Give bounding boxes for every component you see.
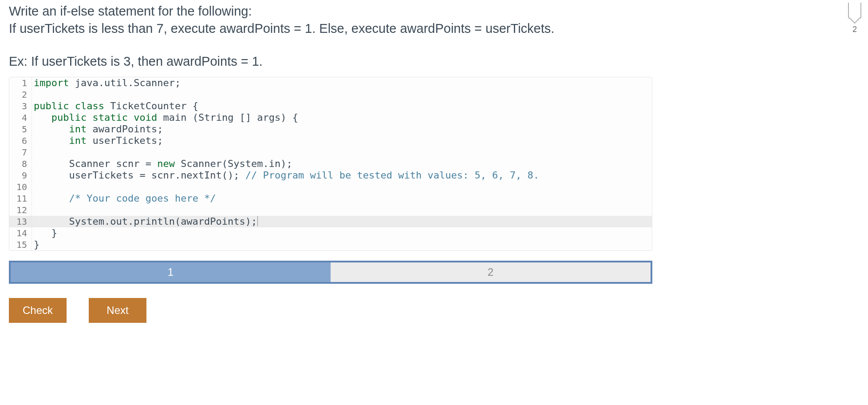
- code-line[interactable]: 2: [9, 89, 652, 100]
- code-content[interactable]: Scanner scnr = new Scanner(System.in);: [32, 158, 652, 170]
- line-number: 10: [9, 181, 32, 193]
- line-number: 6: [9, 135, 32, 147]
- code-content[interactable]: System.out.println(awardPoints);: [32, 216, 652, 227]
- code-line[interactable]: 12: [9, 204, 652, 216]
- code-line[interactable]: 4 public static void main (String [] arg…: [9, 112, 652, 123]
- line-number: 4: [9, 112, 32, 123]
- code-editor[interactable]: 1import java.util.Scanner;23public class…: [9, 77, 652, 251]
- line-number: 12: [9, 204, 32, 216]
- code-content[interactable]: [32, 204, 652, 216]
- code-line[interactable]: 11 /* Your code goes here */: [9, 193, 652, 204]
- code-line[interactable]: 10: [9, 181, 652, 193]
- next-button[interactable]: Next: [89, 298, 146, 323]
- line-number: 11: [9, 193, 32, 204]
- example-text: Ex: If userTickets is 3, then awardPoint…: [9, 54, 859, 69]
- text-cursor: [257, 216, 258, 226]
- code-line[interactable]: 7: [9, 147, 652, 158]
- tab-2[interactable]: 2: [331, 262, 651, 282]
- code-line[interactable]: 1import java.util.Scanner;: [9, 77, 652, 89]
- code-content[interactable]: }: [32, 227, 652, 239]
- code-content[interactable]: int awardPoints;: [32, 123, 652, 135]
- tab-1[interactable]: 1: [11, 262, 331, 282]
- line-number: 8: [9, 158, 32, 170]
- line-number: 14: [9, 227, 32, 239]
- code-content[interactable]: /* Your code goes here */: [32, 193, 652, 204]
- code-content[interactable]: import java.util.Scanner;: [32, 77, 652, 89]
- button-row: Check Next: [9, 298, 859, 323]
- line-number: 7: [9, 147, 32, 158]
- prompt-line-2: If userTickets is less than 7, execute a…: [9, 20, 859, 37]
- code-content[interactable]: public static void main (String [] args)…: [32, 112, 652, 123]
- line-number: 2: [9, 89, 32, 100]
- line-number: 13: [9, 216, 32, 227]
- code-line[interactable]: 5 int awardPoints;: [9, 123, 652, 135]
- code-content[interactable]: [32, 89, 652, 100]
- code-line[interactable]: 9 userTickets = scnr.nextInt(); // Progr…: [9, 170, 652, 181]
- code-line[interactable]: 14 }: [9, 227, 652, 239]
- code-line[interactable]: 8 Scanner scnr = new Scanner(System.in);: [9, 158, 652, 170]
- shield-icon: [848, 3, 861, 19]
- attempts-badge: 2: [841, 3, 868, 34]
- attempts-count: 2: [841, 25, 868, 34]
- code-line[interactable]: 15}: [9, 239, 652, 250]
- line-number: 1: [9, 77, 32, 89]
- line-number: 5: [9, 123, 32, 135]
- code-content[interactable]: int userTickets;: [32, 135, 652, 147]
- code-content[interactable]: [32, 181, 652, 193]
- code-line[interactable]: 13 System.out.println(awardPoints);: [9, 216, 652, 227]
- code-content[interactable]: [32, 147, 652, 158]
- code-content[interactable]: userTickets = scnr.nextInt(); // Program…: [32, 170, 652, 181]
- code-line[interactable]: 3public class TicketCounter {: [9, 100, 652, 112]
- code-content[interactable]: public class TicketCounter {: [32, 100, 652, 112]
- line-number: 9: [9, 170, 32, 181]
- prompt-text: Write an if-else statement for the follo…: [9, 0, 859, 37]
- line-number: 15: [9, 239, 32, 250]
- testcase-tabs: 1 2: [9, 261, 652, 284]
- code-line[interactable]: 6 int userTickets;: [9, 135, 652, 147]
- check-button[interactable]: Check: [9, 298, 67, 323]
- code-content[interactable]: }: [32, 239, 652, 250]
- prompt-line-1: Write an if-else statement for the follo…: [9, 3, 859, 20]
- line-number: 3: [9, 100, 32, 112]
- exercise-page: 2 Write an if-else statement for the fol…: [0, 0, 868, 405]
